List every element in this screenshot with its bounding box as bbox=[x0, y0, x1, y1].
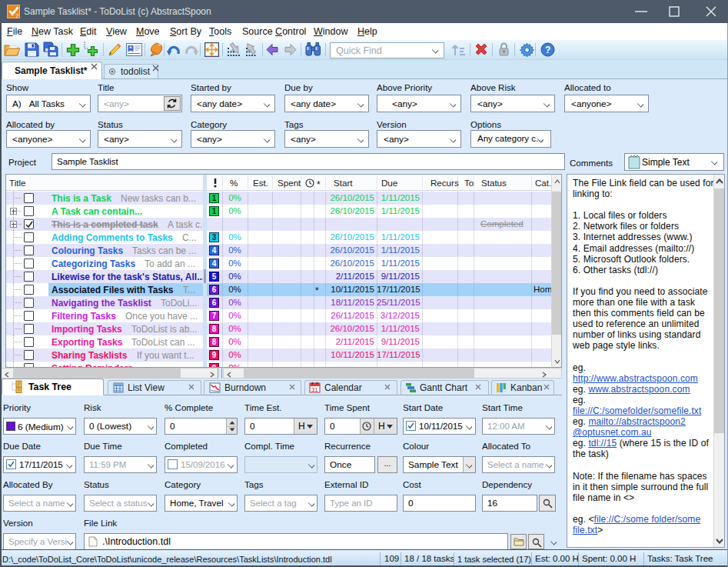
svg-text:31: 31 bbox=[311, 386, 317, 393]
svg-text:?: ? bbox=[545, 45, 550, 55]
svg-text:?: ? bbox=[15, 12, 18, 19]
